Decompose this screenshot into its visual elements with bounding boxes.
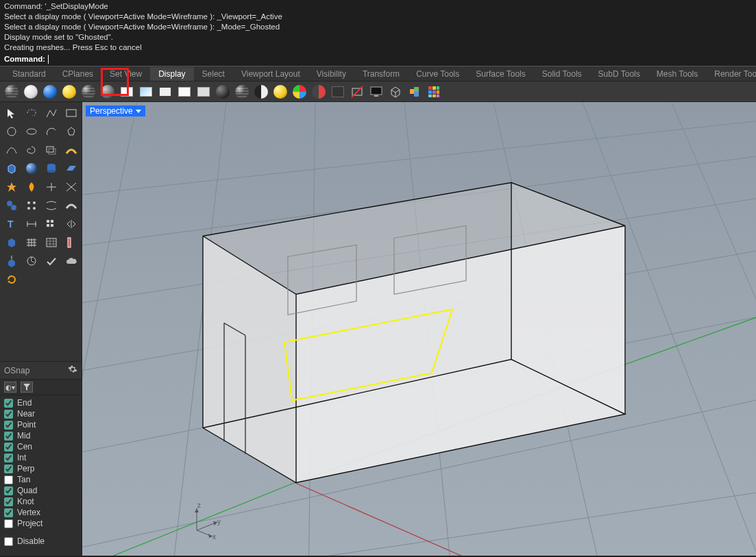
- tab-standard[interactable]: Standard: [4, 67, 54, 81]
- color-swatch-icon[interactable]: [291, 83, 308, 101]
- osnap-item-disable[interactable]: Disable: [4, 536, 77, 546]
- osnap-item-end[interactable]: End: [4, 398, 77, 408]
- arc-icon[interactable]: [42, 123, 61, 140]
- tab-solid-tools[interactable]: Solid Tools: [534, 67, 590, 81]
- box-icon[interactable]: [2, 160, 21, 177]
- tab-display[interactable]: Display: [150, 67, 193, 81]
- technical-mode-icon[interactable]: [118, 83, 136, 101]
- osnap-item-quad[interactable]: Quad: [4, 486, 77, 495]
- analyze-icon[interactable]: [22, 252, 41, 270]
- placeholder-icon[interactable]: [62, 271, 81, 288]
- osnap-item-project[interactable]: Project: [4, 519, 77, 528]
- move-solid-icon[interactable]: [2, 234, 21, 251]
- svg-rect-2: [371, 87, 382, 95]
- tab-select[interactable]: Select: [194, 67, 233, 81]
- raytraced-mode-icon[interactable]: [195, 83, 212, 101]
- rendered-yellow-mode-icon[interactable]: [60, 83, 78, 101]
- viewport-label[interactable]: Perspective: [86, 106, 145, 116]
- osnap-item-point[interactable]: Point: [4, 420, 77, 430]
- loft-icon[interactable]: [42, 197, 61, 214]
- half-shade-icon[interactable]: [252, 83, 270, 101]
- extrude-icon[interactable]: [2, 252, 21, 270]
- tab-mesh-tools[interactable]: Mesh Tools: [648, 67, 706, 81]
- osnap-item-cen[interactable]: Cen: [4, 442, 77, 451]
- env-yellow-icon[interactable]: [271, 83, 289, 101]
- svg-rect-4: [410, 89, 415, 94]
- tab-viewport-layout[interactable]: Viewport Layout: [233, 67, 308, 81]
- hide-geometry-icon[interactable]: [348, 83, 366, 101]
- osnap-item-int[interactable]: Int: [4, 453, 77, 462]
- tab-surface-tools[interactable]: Surface Tools: [467, 67, 534, 81]
- osnap-item-vertex[interactable]: Vertex: [4, 508, 77, 517]
- pen-mode-icon[interactable]: [156, 83, 174, 101]
- xray-mode-icon[interactable]: [99, 83, 117, 101]
- monitor-icon[interactable]: [367, 83, 385, 101]
- flame-icon[interactable]: [22, 178, 41, 196]
- mirror-icon[interactable]: [62, 215, 81, 233]
- rotate-icon[interactable]: [2, 271, 21, 288]
- lasso-icon[interactable]: [22, 104, 41, 122]
- box-wire-icon[interactable]: [387, 83, 404, 101]
- flat-shade-icon[interactable]: [214, 83, 232, 101]
- offset-icon[interactable]: [42, 141, 61, 159]
- osnap-item-mid[interactable]: Mid: [4, 431, 77, 441]
- tab-curve-tools[interactable]: Curve Tools: [408, 67, 467, 81]
- sphere-icon[interactable]: [22, 160, 41, 177]
- trim-icon[interactable]: [42, 178, 61, 196]
- ground-plane-icon[interactable]: [329, 83, 347, 101]
- measure-icon[interactable]: [62, 234, 81, 251]
- cloud-icon[interactable]: [62, 252, 81, 270]
- viewport[interactable]: Perspective: [82, 102, 756, 556]
- group-icon[interactable]: [406, 83, 424, 101]
- quadrant-red-icon[interactable]: [310, 83, 328, 101]
- arctic-mode-icon[interactable]: [175, 83, 193, 101]
- check-icon[interactable]: [42, 252, 61, 270]
- command-prompt[interactable]: Command:: [4, 54, 752, 64]
- swatch-grid-icon[interactable]: [425, 83, 443, 101]
- split-icon[interactable]: [62, 178, 81, 196]
- osnap-dropdown-icon[interactable]: ◐▾: [4, 382, 16, 393]
- osnap-item-knot[interactable]: Knot: [4, 497, 77, 506]
- circle-icon[interactable]: [2, 123, 21, 140]
- tab-subd-tools[interactable]: SubD Tools: [590, 67, 648, 81]
- osnap-item-tan[interactable]: Tan: [4, 475, 77, 484]
- tab-render-tools[interactable]: Render Tools: [706, 67, 756, 81]
- tab-visibility[interactable]: Visibility: [308, 67, 354, 81]
- command-input[interactable]: [49, 54, 752, 64]
- osnap-item-near[interactable]: Near: [4, 409, 77, 419]
- array-icon[interactable]: [42, 215, 61, 233]
- curve-icon[interactable]: [2, 141, 21, 159]
- plane-icon[interactable]: [62, 160, 81, 177]
- artistic-mode-icon[interactable]: [137, 83, 155, 101]
- osnap-item-perp[interactable]: Perp: [4, 464, 77, 473]
- ghosted-mode-icon[interactable]: [80, 83, 97, 101]
- rectangle-icon[interactable]: [62, 104, 81, 122]
- polygon-icon[interactable]: [62, 123, 81, 140]
- grid-align-icon[interactable]: [22, 234, 41, 251]
- explode-icon[interactable]: [2, 178, 21, 196]
- osnap-filter-icon[interactable]: [21, 382, 33, 393]
- cylinder-icon[interactable]: [42, 160, 61, 177]
- gear-icon[interactable]: [68, 364, 77, 376]
- spiral-icon[interactable]: [22, 141, 41, 159]
- placeholder-icon[interactable]: [22, 271, 41, 288]
- placeholder-icon[interactable]: [42, 271, 61, 288]
- ellipse-icon[interactable]: [22, 123, 41, 140]
- rendered-mode-icon[interactable]: [41, 83, 59, 101]
- tab-transform[interactable]: Transform: [354, 67, 408, 81]
- pipe-icon[interactable]: [62, 197, 81, 214]
- join-icon[interactable]: [2, 197, 21, 214]
- group-dots-icon[interactable]: [22, 197, 41, 214]
- snap-grid-icon[interactable]: [42, 234, 61, 251]
- svg-line-56: [672, 103, 756, 486]
- shade-toggle-icon[interactable]: [233, 83, 251, 101]
- tab-set-view[interactable]: Set View: [101, 67, 150, 81]
- sweep-icon[interactable]: [62, 141, 81, 159]
- shaded-mode-icon[interactable]: [22, 83, 40, 101]
- polyline-icon[interactable]: [42, 104, 61, 122]
- tab-cplanes[interactable]: CPlanes: [54, 67, 101, 81]
- wireframe-mode-icon[interactable]: [3, 83, 21, 101]
- pointer-icon[interactable]: [2, 104, 21, 122]
- dimension-icon[interactable]: [22, 215, 41, 233]
- text-icon[interactable]: T: [2, 215, 21, 233]
